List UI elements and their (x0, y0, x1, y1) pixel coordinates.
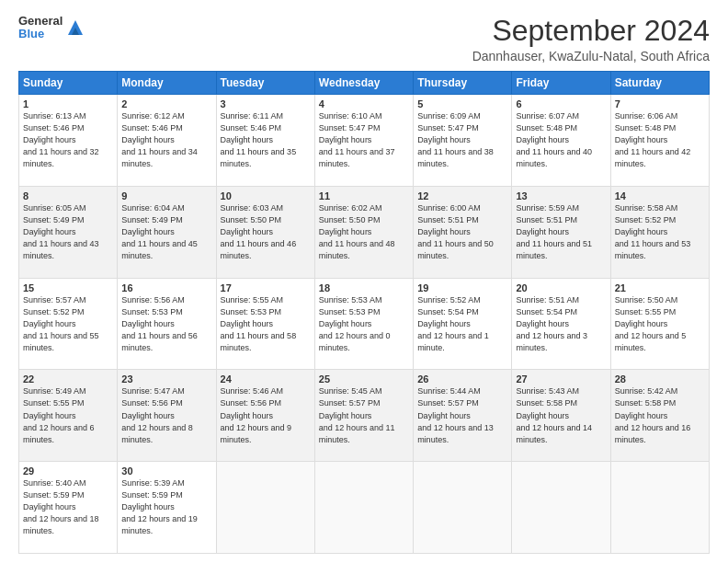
table-row: 25 Sunrise: 5:45 AM Sunset: 5:57 PM Dayl… (314, 370, 413, 462)
subtitle: Dannhauser, KwaZulu-Natal, South Africa (472, 49, 710, 63)
table-row: 16 Sunrise: 5:56 AM Sunset: 5:53 PM Dayl… (118, 278, 216, 370)
table-row: 17 Sunrise: 5:55 AM Sunset: 5:53 PM Dayl… (216, 278, 314, 370)
col-sunday: Sunday (19, 72, 118, 95)
table-row: 21 Sunrise: 5:50 AM Sunset: 5:55 PM Dayl… (610, 278, 709, 370)
table-row: 29 Sunrise: 5:40 AM Sunset: 5:59 PM Dayl… (19, 462, 118, 554)
day-info: Sunrise: 5:46 AM Sunset: 5:56 PM Dayligh… (221, 385, 311, 445)
day-info: Sunrise: 5:53 AM Sunset: 5:53 PM Dayligh… (319, 294, 409, 354)
day-number: 22 (23, 373, 113, 385)
table-row: 4 Sunrise: 6:10 AM Sunset: 5:47 PM Dayli… (314, 95, 413, 187)
day-number: 17 (221, 282, 311, 293)
table-row: 9 Sunrise: 6:04 AM Sunset: 5:49 PM Dayli… (118, 186, 216, 278)
day-info: Sunrise: 5:50 AM Sunset: 5:55 PM Dayligh… (615, 294, 705, 354)
day-number: 8 (23, 190, 113, 201)
day-info: Sunrise: 6:00 AM Sunset: 5:51 PM Dayligh… (417, 202, 507, 262)
table-row: 10 Sunrise: 6:03 AM Sunset: 5:50 PM Dayl… (216, 186, 314, 278)
table-row: 12 Sunrise: 6:00 AM Sunset: 5:51 PM Dayl… (414, 186, 512, 278)
day-info: Sunrise: 6:11 AM Sunset: 5:46 PM Dayligh… (221, 110, 311, 170)
day-info: Sunrise: 5:51 AM Sunset: 5:54 PM Dayligh… (516, 294, 606, 354)
table-row: 8 Sunrise: 6:05 AM Sunset: 5:49 PM Dayli… (19, 186, 118, 278)
col-wednesday: Wednesday (314, 72, 413, 95)
day-number: 18 (319, 282, 409, 293)
calendar-week-row: 1 Sunrise: 6:13 AM Sunset: 5:46 PM Dayli… (19, 95, 710, 187)
day-info: Sunrise: 5:58 AM Sunset: 5:52 PM Dayligh… (615, 202, 705, 262)
day-number: 3 (221, 98, 311, 109)
col-friday: Friday (512, 72, 610, 95)
day-number: 9 (121, 190, 211, 201)
day-info: Sunrise: 5:57 AM Sunset: 5:52 PM Dayligh… (23, 294, 113, 354)
table-row: 26 Sunrise: 5:44 AM Sunset: 5:57 PM Dayl… (414, 370, 512, 462)
day-number: 4 (319, 98, 409, 109)
day-number: 26 (417, 373, 507, 385)
logo-line2: Blue (18, 28, 63, 40)
calendar-week-row: 15 Sunrise: 5:57 AM Sunset: 5:52 PM Dayl… (19, 278, 710, 370)
day-number: 1 (23, 98, 113, 109)
col-monday: Monday (118, 72, 216, 95)
day-number: 24 (221, 373, 311, 385)
header: General Blue September 2024 Dannhauser, … (18, 15, 710, 63)
table-row (314, 462, 413, 554)
calendar-week-row: 29 Sunrise: 5:40 AM Sunset: 5:59 PM Dayl… (19, 462, 710, 554)
day-info: Sunrise: 5:47 AM Sunset: 5:56 PM Dayligh… (121, 385, 211, 445)
col-saturday: Saturday (610, 72, 709, 95)
day-info: Sunrise: 5:43 AM Sunset: 5:58 PM Dayligh… (516, 385, 606, 445)
day-info: Sunrise: 6:13 AM Sunset: 5:46 PM Dayligh… (23, 110, 113, 170)
day-number: 21 (615, 282, 705, 293)
day-number: 7 (615, 98, 705, 109)
table-row: 1 Sunrise: 6:13 AM Sunset: 5:46 PM Dayli… (19, 95, 118, 187)
day-info: Sunrise: 5:56 AM Sunset: 5:53 PM Dayligh… (121, 294, 211, 354)
table-row: 5 Sunrise: 6:09 AM Sunset: 5:47 PM Dayli… (414, 95, 512, 187)
day-number: 25 (319, 373, 409, 385)
day-number: 14 (615, 190, 705, 201)
day-info: Sunrise: 5:42 AM Sunset: 5:58 PM Dayligh… (615, 385, 705, 445)
table-row: 24 Sunrise: 5:46 AM Sunset: 5:56 PM Dayl… (216, 370, 314, 462)
table-row: 23 Sunrise: 5:47 AM Sunset: 5:56 PM Dayl… (118, 370, 216, 462)
title-block: September 2024 Dannhauser, KwaZulu-Natal… (472, 15, 710, 63)
day-number: 20 (516, 282, 606, 293)
day-info: Sunrise: 6:02 AM Sunset: 5:50 PM Dayligh… (319, 202, 409, 262)
table-row (512, 462, 610, 554)
day-number: 12 (417, 190, 507, 201)
day-number: 2 (121, 98, 211, 109)
day-info: Sunrise: 6:06 AM Sunset: 5:48 PM Dayligh… (615, 110, 705, 170)
logo-line1: General (18, 15, 63, 28)
day-number: 29 (23, 465, 113, 477)
day-info: Sunrise: 5:59 AM Sunset: 5:51 PM Dayligh… (516, 202, 606, 262)
day-info: Sunrise: 6:03 AM Sunset: 5:50 PM Dayligh… (221, 202, 311, 262)
day-info: Sunrise: 5:44 AM Sunset: 5:57 PM Dayligh… (417, 385, 507, 445)
day-info: Sunrise: 6:09 AM Sunset: 5:47 PM Dayligh… (417, 110, 507, 170)
table-row: 2 Sunrise: 6:12 AM Sunset: 5:46 PM Dayli… (118, 95, 216, 187)
day-number: 16 (121, 282, 211, 293)
table-row: 27 Sunrise: 5:43 AM Sunset: 5:58 PM Dayl… (512, 370, 610, 462)
day-info: Sunrise: 6:07 AM Sunset: 5:48 PM Dayligh… (516, 110, 606, 170)
page: General Blue September 2024 Dannhauser, … (0, 0, 728, 563)
table-row: 14 Sunrise: 5:58 AM Sunset: 5:52 PM Dayl… (610, 186, 709, 278)
calendar-table: Sunday Monday Tuesday Wednesday Thursday… (18, 71, 710, 554)
day-info: Sunrise: 5:45 AM Sunset: 5:57 PM Dayligh… (319, 385, 409, 445)
day-number: 27 (516, 373, 606, 385)
day-info: Sunrise: 5:40 AM Sunset: 5:59 PM Dayligh… (23, 477, 113, 537)
day-info: Sunrise: 5:55 AM Sunset: 5:53 PM Dayligh… (221, 294, 311, 354)
table-row: 6 Sunrise: 6:07 AM Sunset: 5:48 PM Dayli… (512, 95, 610, 187)
main-title: September 2024 (472, 15, 710, 47)
calendar-header-row: Sunday Monday Tuesday Wednesday Thursday… (19, 72, 710, 95)
day-number: 11 (319, 190, 409, 201)
table-row: 11 Sunrise: 6:02 AM Sunset: 5:50 PM Dayl… (314, 186, 413, 278)
logo: General Blue (18, 15, 85, 41)
day-info: Sunrise: 6:10 AM Sunset: 5:47 PM Dayligh… (319, 110, 409, 170)
day-number: 13 (516, 190, 606, 201)
table-row: 13 Sunrise: 5:59 AM Sunset: 5:51 PM Dayl… (512, 186, 610, 278)
logo-text: General Blue (18, 15, 63, 41)
table-row (216, 462, 314, 554)
table-row: 18 Sunrise: 5:53 AM Sunset: 5:53 PM Dayl… (314, 278, 413, 370)
table-row (414, 462, 512, 554)
logo-icon (66, 18, 85, 37)
day-number: 30 (121, 465, 211, 477)
day-number: 6 (516, 98, 606, 109)
table-row: 22 Sunrise: 5:49 AM Sunset: 5:55 PM Dayl… (19, 370, 118, 462)
table-row: 7 Sunrise: 6:06 AM Sunset: 5:48 PM Dayli… (610, 95, 709, 187)
calendar-week-row: 8 Sunrise: 6:05 AM Sunset: 5:49 PM Dayli… (19, 186, 710, 278)
day-number: 15 (23, 282, 113, 293)
day-info: Sunrise: 5:52 AM Sunset: 5:54 PM Dayligh… (417, 294, 507, 354)
calendar-week-row: 22 Sunrise: 5:49 AM Sunset: 5:55 PM Dayl… (19, 370, 710, 462)
